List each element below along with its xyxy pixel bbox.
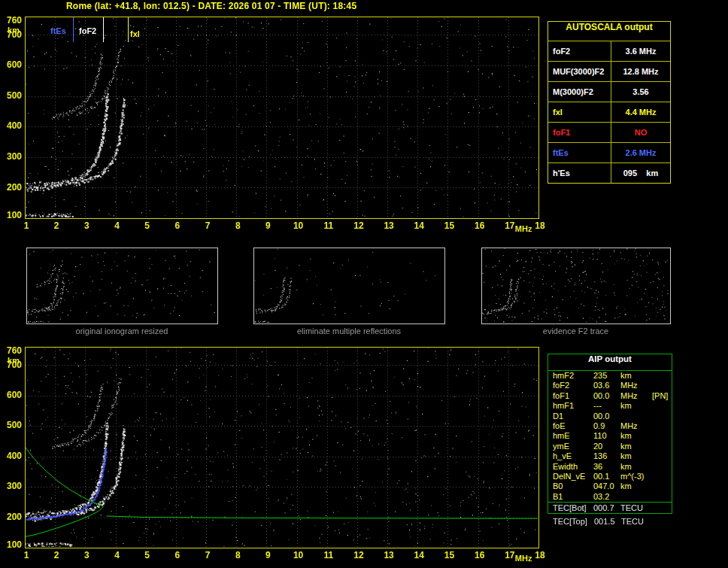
row-yme-label: ymE <box>553 442 593 451</box>
row-fof1: foF1 NO <box>548 122 670 142</box>
row-delnve-extra <box>652 472 672 481</box>
autoscala-table-header: AUTOSCALA output <box>548 22 670 41</box>
row-aip-fof2-extra <box>652 381 672 390</box>
row-hmf1: hmF1 --- km <box>548 401 672 411</box>
row-fof1-label: foF1 <box>548 123 611 142</box>
row-b0: B0 047.0 km <box>548 481 672 491</box>
row-aip-fof2: foF2 03.6 MHz <box>548 381 672 390</box>
row-tec-bot-unit: TECU <box>620 503 652 513</box>
row-fxl-label: fxl <box>548 102 611 122</box>
row-muf3000f2: MUF(3000)F2 12.8 MHz <box>548 61 670 81</box>
row-hme: hmE 110 km <box>548 431 672 441</box>
row-b1: B1 03.2 <box>548 492 672 502</box>
row-hme-label: hmE <box>553 431 593 441</box>
row-fof2-value: 3.6 MHz <box>611 41 670 61</box>
row-delnve: DelN_vE 00.1 m^(-3) <box>548 472 672 481</box>
row-hmf2-extra <box>652 371 672 381</box>
row-b0-value: 047.0 <box>593 481 620 491</box>
row-fxl: fxl 4.4 MHz <box>548 102 670 122</box>
row-tec-top-value: 001.5 <box>594 517 621 527</box>
row-fof2-label: foF2 <box>548 41 611 61</box>
row-ewidth-label: Ewidth <box>553 462 593 472</box>
row-fxl-value: 4.4 MHz <box>611 102 670 122</box>
row-delnve-label: DelN_vE <box>553 472 593 481</box>
row-foe-extra <box>652 421 672 431</box>
autoscala-app-window: Rome (lat: +41.8, lon: 012.5) - DATE: 20… <box>0 0 728 568</box>
row-ftes: ftEs 2.6 MHz <box>548 142 670 163</box>
row-aip-fof1-label: foF1 <box>553 391 593 401</box>
row-b0-unit: km <box>620 481 652 491</box>
row-hmf2: hmF2 235 km <box>548 371 672 381</box>
autoscala-output-table: AUTOSCALA output foF2 3.6 MHz MUF(3000)F… <box>548 21 671 184</box>
row-muf3000f2-value: 12.8 MHz <box>611 62 670 81</box>
row-delnve-unit: m^(-3) <box>620 472 652 481</box>
row-hve-unit: km <box>620 451 652 461</box>
row-b1-value: 03.2 <box>593 492 620 502</box>
row-ewidth-unit: km <box>620 462 652 472</box>
row-hmf1-value: --- <box>593 401 620 411</box>
row-foe-unit: MHz <box>620 421 652 431</box>
row-aip-fof1-value: 00.0 <box>593 391 620 401</box>
row-b1-label: B1 <box>553 492 593 502</box>
row-hve-extra <box>652 451 672 461</box>
row-hmf1-extra <box>652 401 672 411</box>
row-tec-top-label: TEC[Top] <box>553 517 594 527</box>
row-tec-top-unit: TECU <box>621 517 653 527</box>
row-tec-bot-value: 000.7 <box>593 503 620 513</box>
row-hes-label: h'Es <box>548 163 611 183</box>
row-foe-value: 0.9 <box>593 421 620 431</box>
row-ftes-label: ftEs <box>548 143 611 163</box>
row-foe-label: foE <box>553 421 593 431</box>
aip-output-table: AIP output hmF2 235 km foF2 03.6 MHz foF… <box>548 354 672 514</box>
row-hes-value: 095 km <box>611 163 670 183</box>
row-yme-extra <box>652 442 672 451</box>
row-hve-label: h_vE <box>553 451 593 461</box>
row-delnve-value: 00.1 <box>593 472 620 481</box>
row-hve: h_vE 136 km <box>548 451 672 461</box>
row-aip-fof1-extra: [PN] <box>652 391 672 401</box>
row-tec-bot: TEC[Bot] 000.7 TECU <box>548 502 672 513</box>
row-hve-value: 136 <box>593 451 620 461</box>
row-aip-fof2-label: foF2 <box>553 381 593 390</box>
row-yme-unit: km <box>620 442 652 451</box>
row-ewidth-extra <box>652 462 672 472</box>
thumbnail-caption-evidence: evidence F2 trace <box>481 327 670 336</box>
row-yme: ymE 20 km <box>548 442 672 451</box>
row-d1-value: 00.0 <box>593 412 620 421</box>
row-hmf2-label: hmF2 <box>553 371 593 381</box>
row-tec-bot-label: TEC[Bot] <box>553 503 593 513</box>
row-m3000f2: M(3000)F2 3.56 <box>548 81 670 102</box>
row-fof2: foF2 3.6 MHz <box>548 41 670 61</box>
row-hme-unit: km <box>620 431 652 441</box>
row-b1-unit <box>620 492 652 502</box>
row-b1-extra <box>652 492 672 502</box>
row-ewidth: Ewidth 36 km <box>548 462 672 472</box>
row-hmf1-label: hmF1 <box>553 401 593 411</box>
row-hmf2-unit: km <box>620 371 652 381</box>
aip-table-header: AIP output <box>548 354 672 371</box>
thumbnail-caption-original: original ionogram resized <box>26 327 217 336</box>
row-tec-top: TEC[Top] 001.5 TECU <box>548 517 672 527</box>
row-aip-fof1: foF1 00.0 MHz [PN] <box>548 391 672 401</box>
row-d1-extra <box>652 412 672 421</box>
thumbnail-caption-eliminate: eliminate multiple reflections <box>253 327 444 336</box>
row-hme-value: 110 <box>593 431 620 441</box>
row-foe: foE 0.9 MHz <box>548 421 672 431</box>
row-hme-extra <box>652 431 672 441</box>
row-fof1-value: NO <box>611 123 670 142</box>
row-hmf1-unit: km <box>620 401 652 411</box>
row-b0-extra <box>652 481 672 491</box>
row-muf3000f2-label: MUF(3000)F2 <box>548 62 611 81</box>
row-aip-fof2-unit: MHz <box>620 381 652 390</box>
row-ewidth-value: 36 <box>593 462 620 472</box>
row-m3000f2-label: M(3000)F2 <box>548 82 611 102</box>
row-yme-value: 20 <box>593 442 620 451</box>
row-hmf2-value: 235 <box>593 371 620 381</box>
row-d1-unit <box>620 412 652 421</box>
row-b0-label: B0 <box>553 481 593 491</box>
page-title: Rome (lat: +41.8, lon: 012.5) - DATE: 20… <box>66 1 356 11</box>
row-d1: D1 00.0 <box>548 412 672 421</box>
row-aip-fof1-unit: MHz <box>620 391 652 401</box>
row-d1-label: D1 <box>553 412 593 421</box>
row-ftes-value: 2.6 MHz <box>611 143 670 163</box>
